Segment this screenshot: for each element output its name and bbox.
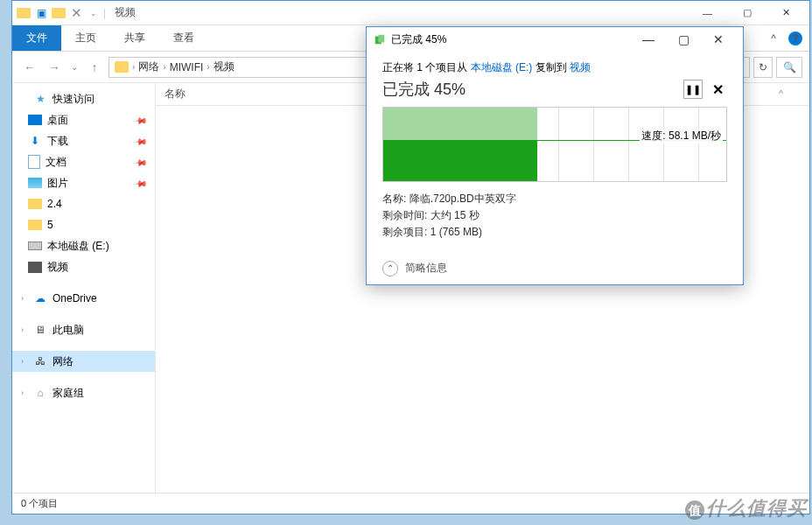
brief-info-label: 简略信息 xyxy=(405,261,447,276)
crumb-miwifi[interactable]: MIWIFI xyxy=(170,61,204,74)
pin-icon: 📌 xyxy=(134,134,148,148)
sidebar-downloads[interactable]: ⬇ 下载 📌 xyxy=(12,130,155,151)
up-button[interactable]: ↑ xyxy=(84,57,105,78)
status-item-count: 0 个项目 xyxy=(21,497,58,510)
speed-label: 速度: 58.1 MB/秒 xyxy=(640,129,723,144)
back-button[interactable]: ← xyxy=(19,57,40,78)
dialog-footer[interactable]: ⌃ 简略信息 xyxy=(367,250,743,289)
titlebar[interactable]: ▣ ✕ ⌄ | 视频 — ▢ ✕ xyxy=(12,1,809,25)
sidebar-documents[interactable]: 文档 📌 xyxy=(12,151,155,172)
dialog-title: 已完成 45% xyxy=(391,32,446,47)
sidebar-folder-24[interactable]: 2.4 xyxy=(12,193,155,214)
copy-status-line: 正在将 1 个项目从 本地磁盘 (E:) 复制到 视频 xyxy=(382,60,727,75)
sidebar-item-label: 下载 xyxy=(47,134,68,149)
qat-dropdown[interactable]: ⌄ xyxy=(86,5,102,21)
chart-fill-dark xyxy=(383,140,537,181)
search-box[interactable]: 🔍 xyxy=(776,57,802,78)
sidebar-item-label: 视频 xyxy=(47,260,68,275)
dialog-body: 正在将 1 个项目从 本地磁盘 (E:) 复制到 视频 已完成 45% ❚❚ ✕… xyxy=(367,52,743,250)
homegroup-icon: ⌂ xyxy=(33,386,47,400)
copy-icon xyxy=(374,33,386,46)
sidebar-item-label: OneDrive xyxy=(52,292,97,304)
dialog-maximize-button[interactable]: ▢ xyxy=(666,27,701,52)
dialog-titlebar[interactable]: 已完成 45% — ▢ ✕ xyxy=(367,27,743,52)
sidebar-desktop[interactable]: 桌面 📌 xyxy=(12,109,155,130)
maximize-button[interactable]: ▢ xyxy=(727,1,766,25)
sidebar-this-pc[interactable]: › 🖥 此电脑 xyxy=(12,319,155,340)
watermark-icon: 值 xyxy=(685,500,704,520)
sidebar-item-label: 文档 xyxy=(46,155,66,170)
help-icon[interactable]: ? xyxy=(788,32,802,46)
sidebar-item-label: 快速访问 xyxy=(52,92,94,107)
progress-controls: ❚❚ ✕ xyxy=(683,80,727,99)
network-icon: 🖧 xyxy=(33,354,47,368)
folder-icon xyxy=(28,199,42,209)
forward-button[interactable]: → xyxy=(44,57,65,78)
pin-icon: 📌 xyxy=(134,176,148,190)
folder-icon xyxy=(52,8,66,18)
document-icon xyxy=(28,155,40,169)
sidebar-item-label: 图片 xyxy=(47,176,68,191)
detail-remaining: 剩余项目: 1 (765 MB) xyxy=(382,224,727,241)
ribbon-expand-icon[interactable]: ^ xyxy=(771,32,776,45)
pause-button[interactable]: ❚❚ xyxy=(683,80,703,99)
qat-icon-3[interactable] xyxy=(51,5,66,21)
watermark: 值什么值得买 xyxy=(685,495,807,522)
pc-icon: 🖥 xyxy=(33,323,47,337)
sidebar-quick-access[interactable]: ★ 快速访问 xyxy=(12,88,155,109)
tab-share[interactable]: 共享 xyxy=(110,25,159,51)
qat-icon-2[interactable]: ▣ xyxy=(33,5,49,21)
dialog-close-button[interactable]: ✕ xyxy=(701,27,736,52)
sidebar-item-label: 5 xyxy=(47,219,53,231)
sidebar-pictures[interactable]: 图片 📌 xyxy=(12,172,155,193)
source-link[interactable]: 本地磁盘 (E:) xyxy=(471,61,533,74)
crumb-video[interactable]: 视频 xyxy=(214,60,234,74)
dialog-window-buttons: — ▢ ✕ xyxy=(631,27,736,52)
watermark-text: 什么值得买 xyxy=(706,497,807,519)
pin-icon: 📌 xyxy=(134,155,148,169)
folder-icon xyxy=(28,220,42,230)
sidebar-item-label: 网络 xyxy=(52,354,74,369)
sidebar-network[interactable]: › 🖧 网络 xyxy=(12,351,155,372)
chart-fill-light xyxy=(383,108,537,140)
star-icon: ★ xyxy=(33,92,47,106)
sidebar-homegroup[interactable]: › ⌂ 家庭组 xyxy=(12,382,155,403)
sidebar-folder-5[interactable]: 5 xyxy=(12,214,155,235)
download-icon: ⬇ xyxy=(28,134,42,148)
refresh-button[interactable]: ↻ xyxy=(753,57,773,78)
cancel-button[interactable]: ✕ xyxy=(708,80,727,99)
breadcrumb-sep: › xyxy=(206,62,209,72)
disk-icon xyxy=(28,242,42,250)
progress-line: 已完成 45% ❚❚ ✕ xyxy=(382,79,727,100)
close-button[interactable]: ✕ xyxy=(766,1,806,25)
folder-icon xyxy=(17,8,31,18)
caret-icon: › xyxy=(21,294,28,303)
cloud-icon: ☁ xyxy=(33,291,47,305)
sort-indicator-icon: ^ xyxy=(779,89,783,99)
dest-link[interactable]: 视频 xyxy=(570,61,591,74)
caret-icon: › xyxy=(21,326,28,334)
crumb-network[interactable]: 网络 xyxy=(138,60,159,74)
minimize-button[interactable]: — xyxy=(688,1,727,25)
sidebar-item-label: 此电脑 xyxy=(52,323,84,338)
copy-progress-dialog: 已完成 45% — ▢ ✕ 正在将 1 个项目从 本地磁盘 (E:) 复制到 视… xyxy=(366,26,744,285)
qat-icon-1[interactable] xyxy=(16,5,32,21)
sidebar-onedrive[interactable]: › ☁ OneDrive xyxy=(12,288,155,309)
column-name[interactable]: 名称 xyxy=(164,87,212,102)
tab-file[interactable]: 文件 xyxy=(12,25,61,51)
detail-time: 剩余时间: 大约 15 秒 xyxy=(382,207,727,224)
sidebar: ★ 快速访问 桌面 📌 ⬇ 下载 📌 文档 📌 图片 📌 xyxy=(12,83,156,493)
dialog-minimize-button[interactable]: — xyxy=(631,27,666,52)
history-dropdown[interactable]: ⌄ xyxy=(68,57,80,78)
svg-rect-1 xyxy=(378,35,384,43)
sidebar-local-disk[interactable]: 本地磁盘 (E:) xyxy=(12,235,155,256)
tab-home[interactable]: 主页 xyxy=(61,25,110,51)
tab-view[interactable]: 查看 xyxy=(159,25,208,51)
sidebar-item-label: 家庭组 xyxy=(52,386,84,401)
qat-delete[interactable]: ✕ xyxy=(68,5,84,21)
breadcrumb-sep: › xyxy=(132,62,135,72)
sidebar-video[interactable]: 视频 xyxy=(12,256,155,277)
sidebar-item-label: 2.4 xyxy=(47,198,62,210)
progress-text: 已完成 45% xyxy=(382,79,466,100)
chevron-up-icon[interactable]: ⌃ xyxy=(382,261,398,276)
